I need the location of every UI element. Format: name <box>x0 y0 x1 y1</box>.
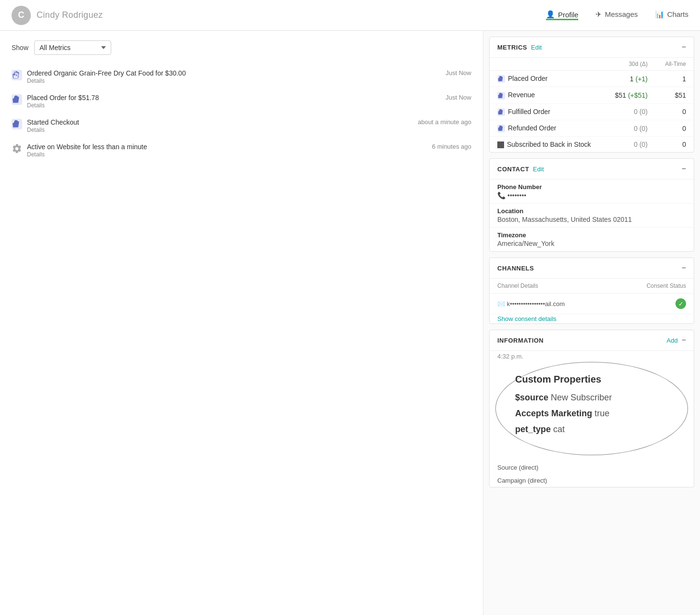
metrics-collapse-button[interactable]: − <box>682 43 686 51</box>
nav-profile[interactable]: 👤 Profile <box>546 10 579 20</box>
metrics-card-header: METRICS Edit − <box>490 37 694 58</box>
contact-collapse-button[interactable]: − <box>682 165 686 173</box>
metrics-col-30d: 30d (Δ) <box>605 58 656 71</box>
phone-field: Phone Number 📞 •••••••• <box>490 179 694 204</box>
metrics-row: Subscribed to Back in Stock 0 (0) 0 <box>490 137 694 153</box>
channel-email: ✉️ k••••••••••••••••ail.com <box>497 300 675 308</box>
activity-content: Ordered Organic Grain-Free Dry Cat Food … <box>27 69 438 84</box>
info-time: 4:32 p.m. <box>490 351 694 362</box>
channels-header-row: Channel Details Consent Status <box>490 279 694 294</box>
main-layout: Show All Metrics Ordered Organic Grain-F… <box>0 31 700 615</box>
gear-icon <box>12 143 22 154</box>
activity-item: Placed Order for $51.78 Details Just Now <box>12 89 471 114</box>
activity-detail[interactable]: Details <box>27 127 410 133</box>
activity-item: Started Checkout Details about a minute … <box>12 114 471 138</box>
location-field: Location Boston, Massachusetts, United S… <box>490 204 694 228</box>
metrics-card: METRICS Edit − 30d (Δ) All-Time Placed O… <box>489 37 694 153</box>
activity-time: 6 minutes ago <box>432 143 471 150</box>
activity-list: Ordered Organic Grain-Free Dry Cat Food … <box>12 64 471 163</box>
user-name: Cindy Rodriguez <box>37 10 103 20</box>
show-consent-button[interactable]: Show consent details <box>490 314 694 323</box>
source-row: Source (direct) <box>490 461 694 474</box>
channels-card: CHANNELS − Channel Details Consent Statu… <box>489 257 694 324</box>
metrics-col-name <box>490 58 605 71</box>
consent-status-label: Consent Status <box>647 282 686 289</box>
metrics-row: Placed Order 1 (+1) 1 <box>490 71 694 87</box>
shopify-icon <box>12 94 22 105</box>
metrics-row: Revenue $51 (+$51) $51 <box>490 87 694 103</box>
phone-value: 📞 •••••••• <box>497 192 686 199</box>
campaign-row: Campaign (direct) <box>490 474 694 487</box>
information-card-header: INFORMATION Add − <box>490 330 694 351</box>
metric-val-alltime: 0 <box>655 137 694 153</box>
shopify-icon <box>12 119 22 129</box>
metrics-row: Fulfilled Order 0 (0) 0 <box>490 103 694 120</box>
nav-messages[interactable]: ✈ Messages <box>596 10 637 21</box>
contact-title: CONTACT <box>497 166 529 173</box>
metric-val-30d: 1 (+1) <box>605 71 656 87</box>
contact-card: CONTACT Edit − Phone Number 📞 •••••••• L… <box>489 158 694 252</box>
header-nav: 👤 Profile ✈ Messages 📊 Charts <box>546 10 688 21</box>
shopify-icon <box>12 70 22 80</box>
activity-content: Active on Website for less than a minute… <box>27 143 424 158</box>
activity-item: Ordered Organic Grain-Free Dry Cat Food … <box>12 64 471 89</box>
activity-time: about a minute ago <box>418 118 471 126</box>
email-icon: ✉️ <box>497 300 505 308</box>
channels-card-header: CHANNELS − <box>490 258 694 279</box>
activity-title: Started Checkout <box>27 118 410 126</box>
metric-val-30d: 0 (0) <box>605 103 656 120</box>
oval-callout: Custom Properties $source New Subscriber… <box>495 362 688 455</box>
charts-icon: 📊 <box>655 10 664 19</box>
metrics-table: 30d (Δ) All-Time Placed Order 1 (+1) 1 R… <box>490 58 694 152</box>
custom-properties-callout: Custom Properties $source New Subscriber… <box>495 362 688 455</box>
metric-val-30d: 0 (0) <box>605 137 656 153</box>
prop-source: $source New Subscriber <box>515 393 668 403</box>
metrics-title: METRICS <box>497 44 527 51</box>
channel-row: ✉️ k••••••••••••••••ail.com ✓ <box>490 294 694 314</box>
activity-detail[interactable]: Details <box>27 102 438 109</box>
location-label: Location <box>497 207 686 215</box>
metrics-row: Refunded Order 0 (0) 0 <box>490 120 694 136</box>
metric-val-30d: 0 (0) <box>605 120 656 136</box>
activity-content: Placed Order for $51.78 Details <box>27 94 438 109</box>
contact-card-header: CONTACT Edit − <box>490 159 694 179</box>
location-value: Boston, Massachusetts, United States 020… <box>497 216 686 223</box>
information-collapse-button[interactable]: − <box>682 336 686 345</box>
phone-label: Phone Number <box>497 183 686 191</box>
show-bar: Show All Metrics <box>12 40 471 55</box>
metric-val-alltime: 0 <box>655 103 694 120</box>
metric-val-alltime: 0 <box>655 120 694 136</box>
information-title: INFORMATION <box>497 337 544 344</box>
metric-val-alltime: 1 <box>655 71 694 87</box>
show-select[interactable]: All Metrics <box>34 40 111 55</box>
metrics-col-alltime: All-Time <box>655 58 694 71</box>
timezone-field: Timezone America/New_York <box>490 228 694 251</box>
metric-val-30d: $51 (+$51) <box>605 87 656 103</box>
campaign-label: Campaign <box>497 477 526 484</box>
activity-item: Active on Website for less than a minute… <box>12 138 471 163</box>
consent-check: ✓ <box>675 298 686 309</box>
channel-details-label: Channel Details <box>497 282 538 289</box>
phone-icon: 📞 <box>497 192 506 199</box>
activity-detail[interactable]: Details <box>27 151 424 158</box>
avatar: C <box>12 6 31 25</box>
contact-edit-button[interactable]: Edit <box>533 166 544 173</box>
custom-props-title: Custom Properties <box>515 374 668 385</box>
metric-name-cell: Fulfilled Order <box>490 103 605 120</box>
activity-detail[interactable]: Details <box>27 77 438 84</box>
source-label: Source <box>497 464 517 471</box>
metrics-edit-button[interactable]: Edit <box>531 44 542 51</box>
nav-charts[interactable]: 📊 Charts <box>655 10 688 21</box>
activity-time: Just Now <box>446 94 471 101</box>
left-panel: Show All Metrics Ordered Organic Grain-F… <box>0 31 483 615</box>
channels-collapse-button[interactable]: − <box>682 264 686 272</box>
activity-title: Active on Website for less than a minute <box>27 143 424 151</box>
metric-name-cell: Refunded Order <box>490 120 605 136</box>
channels-title: CHANNELS <box>497 265 534 272</box>
right-panel: METRICS Edit − 30d (Δ) All-Time Placed O… <box>483 31 700 615</box>
add-button[interactable]: Add <box>667 337 678 344</box>
activity-time: Just Now <box>446 69 471 77</box>
header: C Cindy Rodriguez 👤 Profile ✈ Messages 📊… <box>0 0 700 31</box>
timezone-value: America/New_York <box>497 240 686 247</box>
activity-content: Started Checkout Details <box>27 118 410 133</box>
